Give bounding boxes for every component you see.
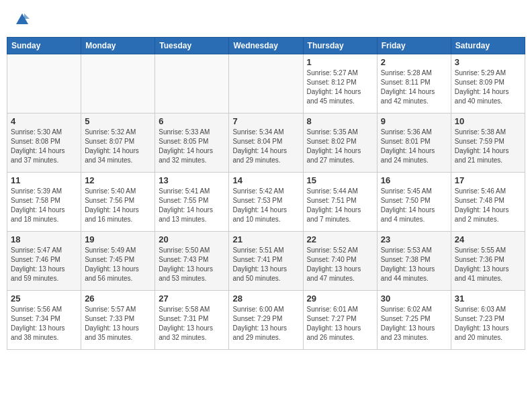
calendar-cell: 18Sunrise: 5:47 AM Sunset: 7:46 PM Dayli… bbox=[7, 232, 81, 291]
day-info: Sunrise: 5:55 AM Sunset: 7:36 PM Dayligh… bbox=[455, 246, 521, 283]
calendar-cell: 2Sunrise: 5:28 AM Sunset: 8:11 PM Daylig… bbox=[377, 54, 451, 113]
day-info: Sunrise: 5:41 AM Sunset: 7:55 PM Dayligh… bbox=[159, 187, 225, 224]
calendar-header-row: SundayMondayTuesdayWednesdayThursdayFrid… bbox=[7, 38, 525, 54]
weekday-header: Tuesday bbox=[155, 38, 229, 54]
day-info: Sunrise: 5:28 AM Sunset: 8:11 PM Dayligh… bbox=[381, 68, 447, 106]
calendar-cell: 6Sunrise: 5:33 AM Sunset: 8:05 PM Daylig… bbox=[155, 113, 229, 173]
calendar-cell: 15Sunrise: 5:44 AM Sunset: 7:51 PM Dayli… bbox=[303, 173, 377, 232]
logo-text bbox=[13, 12, 30, 30]
calendar-cell bbox=[229, 54, 303, 113]
calendar-cell bbox=[155, 54, 229, 113]
calendar-cell: 17Sunrise: 5:46 AM Sunset: 7:48 PM Dayli… bbox=[451, 173, 525, 232]
day-number: 15 bbox=[307, 175, 373, 185]
day-number: 21 bbox=[232, 234, 299, 244]
day-number: 24 bbox=[455, 234, 521, 244]
day-info: Sunrise: 5:57 AM Sunset: 7:33 PM Dayligh… bbox=[85, 305, 151, 342]
calendar-cell: 26Sunrise: 5:57 AM Sunset: 7:33 PM Dayli… bbox=[81, 291, 155, 350]
calendar-cell bbox=[81, 54, 155, 113]
calendar-cell: 22Sunrise: 5:52 AM Sunset: 7:40 PM Dayli… bbox=[303, 232, 377, 291]
calendar-cell: 23Sunrise: 5:53 AM Sunset: 7:38 PM Dayli… bbox=[377, 232, 451, 291]
day-number: 10 bbox=[455, 116, 521, 126]
day-number: 20 bbox=[159, 234, 225, 244]
calendar-table: SundayMondayTuesdayWednesdayThursdayFrid… bbox=[7, 37, 525, 350]
day-number: 19 bbox=[85, 234, 151, 244]
day-number: 25 bbox=[11, 293, 77, 304]
day-info: Sunrise: 5:38 AM Sunset: 7:59 PM Dayligh… bbox=[455, 128, 521, 165]
day-info: Sunrise: 5:56 AM Sunset: 7:34 PM Dayligh… bbox=[11, 305, 77, 342]
day-number: 12 bbox=[85, 175, 151, 185]
logo bbox=[13, 12, 30, 30]
day-info: Sunrise: 5:33 AM Sunset: 8:05 PM Dayligh… bbox=[159, 128, 225, 165]
calendar-cell: 4Sunrise: 5:30 AM Sunset: 8:08 PM Daylig… bbox=[7, 113, 81, 173]
day-info: Sunrise: 5:49 AM Sunset: 7:45 PM Dayligh… bbox=[85, 246, 151, 283]
calendar-cell: 16Sunrise: 5:45 AM Sunset: 7:50 PM Dayli… bbox=[377, 173, 451, 232]
calendar-cell: 11Sunrise: 5:39 AM Sunset: 7:58 PM Dayli… bbox=[7, 173, 81, 232]
calendar-week-row: 18Sunrise: 5:47 AM Sunset: 7:46 PM Dayli… bbox=[7, 232, 525, 291]
day-number: 11 bbox=[11, 175, 77, 185]
day-info: Sunrise: 5:44 AM Sunset: 7:51 PM Dayligh… bbox=[307, 187, 373, 224]
day-info: Sunrise: 5:40 AM Sunset: 7:56 PM Dayligh… bbox=[85, 187, 151, 224]
page-header bbox=[7, 7, 525, 33]
day-number: 23 bbox=[381, 234, 447, 244]
calendar-cell: 8Sunrise: 5:35 AM Sunset: 8:02 PM Daylig… bbox=[303, 113, 377, 173]
day-number: 4 bbox=[11, 116, 77, 126]
calendar-week-row: 1Sunrise: 5:27 AM Sunset: 8:12 PM Daylig… bbox=[7, 54, 525, 113]
calendar-cell: 30Sunrise: 6:02 AM Sunset: 7:25 PM Dayli… bbox=[377, 291, 451, 350]
day-info: Sunrise: 6:03 AM Sunset: 7:23 PM Dayligh… bbox=[455, 305, 521, 342]
day-info: Sunrise: 5:45 AM Sunset: 7:50 PM Dayligh… bbox=[381, 187, 447, 224]
day-number: 18 bbox=[11, 234, 77, 244]
calendar-cell: 19Sunrise: 5:49 AM Sunset: 7:45 PM Dayli… bbox=[81, 232, 155, 291]
day-number: 14 bbox=[232, 175, 299, 185]
svg-marker-1 bbox=[24, 13, 30, 19]
calendar-cell: 27Sunrise: 5:58 AM Sunset: 7:31 PM Dayli… bbox=[155, 291, 229, 350]
day-number: 8 bbox=[307, 116, 373, 126]
calendar-cell: 31Sunrise: 6:03 AM Sunset: 7:23 PM Dayli… bbox=[451, 291, 525, 350]
calendar-cell bbox=[7, 54, 81, 113]
calendar-cell: 20Sunrise: 5:50 AM Sunset: 7:43 PM Dayli… bbox=[155, 232, 229, 291]
calendar-cell: 24Sunrise: 5:55 AM Sunset: 7:36 PM Dayli… bbox=[451, 232, 525, 291]
calendar-cell: 7Sunrise: 5:34 AM Sunset: 8:04 PM Daylig… bbox=[229, 113, 303, 173]
day-info: Sunrise: 5:51 AM Sunset: 7:41 PM Dayligh… bbox=[232, 246, 299, 283]
day-info: Sunrise: 5:42 AM Sunset: 7:53 PM Dayligh… bbox=[232, 187, 299, 224]
calendar-cell: 10Sunrise: 5:38 AM Sunset: 7:59 PM Dayli… bbox=[451, 113, 525, 173]
day-number: 27 bbox=[159, 293, 225, 304]
day-info: Sunrise: 5:27 AM Sunset: 8:12 PM Dayligh… bbox=[307, 68, 373, 106]
day-info: Sunrise: 5:30 AM Sunset: 8:08 PM Dayligh… bbox=[11, 128, 77, 165]
day-number: 2 bbox=[381, 57, 447, 67]
calendar-week-row: 4Sunrise: 5:30 AM Sunset: 8:08 PM Daylig… bbox=[7, 113, 525, 173]
day-number: 13 bbox=[159, 175, 225, 185]
calendar-week-row: 25Sunrise: 5:56 AM Sunset: 7:34 PM Dayli… bbox=[7, 291, 525, 350]
day-number: 6 bbox=[159, 116, 225, 126]
weekday-header: Monday bbox=[81, 38, 155, 54]
calendar-cell: 28Sunrise: 6:00 AM Sunset: 7:29 PM Dayli… bbox=[229, 291, 303, 350]
day-number: 22 bbox=[307, 234, 373, 244]
day-info: Sunrise: 5:53 AM Sunset: 7:38 PM Dayligh… bbox=[381, 246, 447, 283]
day-info: Sunrise: 5:50 AM Sunset: 7:43 PM Dayligh… bbox=[159, 246, 225, 283]
day-info: Sunrise: 5:46 AM Sunset: 7:48 PM Dayligh… bbox=[455, 187, 521, 224]
day-number: 3 bbox=[455, 57, 521, 67]
day-number: 26 bbox=[85, 293, 151, 304]
day-info: Sunrise: 5:36 AM Sunset: 8:01 PM Dayligh… bbox=[381, 128, 447, 165]
day-number: 30 bbox=[381, 293, 447, 304]
day-number: 9 bbox=[381, 116, 447, 126]
weekday-header: Saturday bbox=[451, 38, 525, 54]
calendar-cell: 29Sunrise: 6:01 AM Sunset: 7:27 PM Dayli… bbox=[303, 291, 377, 350]
day-info: Sunrise: 5:32 AM Sunset: 8:07 PM Dayligh… bbox=[85, 128, 151, 165]
calendar-cell: 13Sunrise: 5:41 AM Sunset: 7:55 PM Dayli… bbox=[155, 173, 229, 232]
day-number: 29 bbox=[307, 293, 373, 304]
weekday-header: Sunday bbox=[7, 38, 81, 54]
day-number: 17 bbox=[455, 175, 521, 185]
calendar-cell: 9Sunrise: 5:36 AM Sunset: 8:01 PM Daylig… bbox=[377, 113, 451, 173]
calendar-cell: 1Sunrise: 5:27 AM Sunset: 8:12 PM Daylig… bbox=[303, 54, 377, 113]
day-info: Sunrise: 6:01 AM Sunset: 7:27 PM Dayligh… bbox=[307, 305, 373, 342]
day-number: 1 bbox=[307, 57, 373, 67]
day-number: 31 bbox=[455, 293, 521, 304]
day-number: 5 bbox=[85, 116, 151, 126]
day-info: Sunrise: 5:39 AM Sunset: 7:58 PM Dayligh… bbox=[11, 187, 77, 224]
calendar-cell: 12Sunrise: 5:40 AM Sunset: 7:56 PM Dayli… bbox=[81, 173, 155, 232]
weekday-header: Friday bbox=[377, 38, 451, 54]
day-info: Sunrise: 5:34 AM Sunset: 8:04 PM Dayligh… bbox=[232, 128, 299, 165]
day-number: 28 bbox=[232, 293, 299, 304]
calendar-cell: 14Sunrise: 5:42 AM Sunset: 7:53 PM Dayli… bbox=[229, 173, 303, 232]
weekday-header: Thursday bbox=[303, 38, 377, 54]
